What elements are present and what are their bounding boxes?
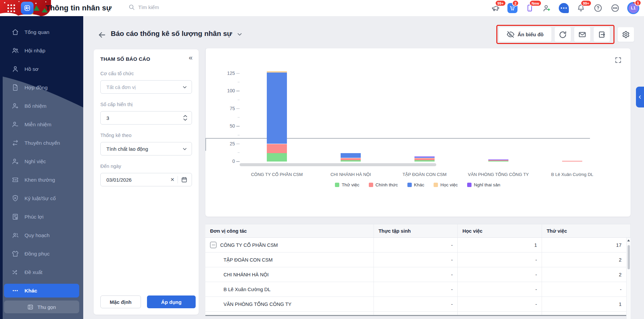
apply-button[interactable]: Áp dụng (147, 295, 196, 308)
value-cell: - (374, 238, 458, 252)
sidebar-item-label: Hợp đồng (24, 85, 48, 91)
help-icon[interactable] (593, 3, 603, 13)
notifications-icon[interactable]: 99+ (576, 3, 586, 13)
avatar[interactable]: L1 1 (627, 2, 639, 14)
legend-label: Thử việc (342, 182, 359, 187)
y-minor-tick (238, 82, 240, 82)
sidebar-item-4[interactable]: Bổ nhiệm (0, 97, 83, 115)
table-row[interactable]: VĂN PHÒNG TỔNG CÔNG TY--1 (205, 297, 631, 312)
announcements-icon[interactable]: 99+ (490, 3, 500, 13)
hide-chart-button[interactable]: Ẩn biểu đồ (499, 27, 552, 42)
y-tick-label: 75 (211, 106, 235, 111)
cart-icon[interactable]: 2 (507, 3, 517, 13)
back-button[interactable] (97, 30, 107, 40)
sidebar-item-9[interactable]: Kỷ luật/Sự cố (0, 189, 83, 208)
chat-icon[interactable] (559, 3, 569, 13)
y-tick-label: 100 (211, 88, 235, 93)
clear-date-icon[interactable]: ✕ (170, 177, 175, 183)
bar-segment-Thử việc[interactable] (341, 160, 361, 162)
sidebar-item-7[interactable]: Nghỉ việc (0, 152, 83, 171)
unit-name-cell: CHI NHÁNH HÀ NỘI (205, 267, 374, 282)
sidebar-item-13[interactable]: Đề xuất (0, 263, 83, 281)
app-launcher-icon[interactable] (7, 4, 15, 12)
refresh-button[interactable] (554, 27, 571, 42)
table-row[interactable]: CHI NHÁNH HÀ NỘI--2 (205, 267, 631, 282)
bar-segment-Thử việc[interactable] (267, 153, 287, 162)
invite-user-icon[interactable] (542, 3, 552, 13)
to-date-input[interactable]: 03/01/2026 ✕ (100, 173, 192, 186)
sidebar-collapse-button[interactable]: Thu gọn (4, 301, 79, 313)
scroll-up-icon[interactable] (627, 239, 630, 241)
sidebar-item-label: Miễn nhiệm (24, 122, 51, 128)
table-row[interactable]: TẬP ĐOÀN CON CSM--2 (205, 253, 631, 267)
person-x-icon (11, 157, 19, 165)
app-logo-icon[interactable] (21, 2, 34, 14)
sidebar-item-12[interactable]: Đồng phục (0, 244, 83, 263)
bar-segment-Chính thức[interactable] (267, 144, 287, 153)
bar-segment-Chính thức[interactable] (488, 160, 508, 161)
table-row[interactable]: B Lê Xuân Cường DL--- (205, 282, 631, 297)
x-category-label: CÔNG TY CỔ PHẦN CSM (241, 172, 313, 177)
title-dropdown-icon[interactable] (236, 31, 243, 38)
value-cell: 1 (458, 238, 542, 252)
sidebar-item-label: Hồ sơ (24, 66, 39, 72)
calendar-icon[interactable] (181, 176, 188, 183)
sidebar-item-1[interactable]: Hội nhập (0, 41, 83, 60)
search-input[interactable]: Tìm kiếm (128, 4, 159, 10)
legend-item[interactable]: Khác (407, 182, 425, 187)
levels-input[interactable]: 3 (100, 111, 192, 125)
bar-segment-Chính thức[interactable] (562, 161, 582, 162)
unit-name: TẬP ĐOÀN CON CSM (224, 257, 273, 263)
table-vertical-scrollbar[interactable] (626, 238, 631, 319)
sidebar-item-8[interactable]: Khen thưởng (0, 171, 83, 189)
x-axis-line (205, 138, 590, 139)
stacked-bar-chart: 0255075100125CÔNG TY CỔ PHẦN CSMCHI NHÁN… (205, 48, 631, 217)
chart-hscroll-thumb[interactable] (240, 163, 436, 166)
default-button[interactable]: Mặc định (100, 295, 141, 308)
unit-name-cell: CÔNG TY CỔ PHẦN CSM (205, 238, 374, 252)
collapse-panel-icon[interactable]: « (189, 53, 193, 61)
bar-segment-Khác[interactable] (341, 153, 361, 158)
legend-item[interactable]: Nghỉ thai sản (467, 182, 500, 187)
value-cell: - (374, 267, 458, 282)
sidebar-item-3[interactable]: Hợp đồng (0, 78, 83, 97)
device-icon[interactable]: New (525, 3, 535, 13)
export-button[interactable] (593, 27, 610, 42)
legend-item[interactable]: Chính thức (369, 182, 398, 187)
bar-segment-Khác[interactable] (414, 157, 435, 158)
sidebar-item-6[interactable]: Thuyên chuyển (0, 134, 83, 152)
mail-button[interactable] (574, 27, 591, 42)
org-structure-select[interactable]: Tất cả đơn vị (100, 80, 192, 94)
settings-button[interactable] (617, 27, 634, 42)
people-icon (11, 47, 19, 54)
table-row[interactable]: CÔNG TY CỔ PHẦN CSM-117 (205, 238, 631, 253)
legend-swatch (407, 183, 412, 187)
stat-by-select[interactable]: Tính chất lao động (100, 142, 192, 155)
y-minor-tick (238, 135, 240, 135)
chart-legend: Thử việcChính thứcKhácHọc việcNghỉ thai … (219, 182, 616, 187)
sidebar-item-14[interactable]: Khác (4, 284, 79, 298)
number-stepper[interactable] (183, 115, 188, 121)
sidebar-item-10[interactable]: Phúc lợi (0, 208, 83, 226)
bar-segment-Chính thức[interactable] (341, 158, 361, 160)
bar-segment-Thử việc[interactable] (414, 160, 435, 162)
sidebar-item-0[interactable]: Tổng quan (0, 23, 83, 41)
person-minus-icon (11, 121, 19, 128)
sidebar-item-11[interactable]: Quy hoạch (0, 226, 83, 244)
bar-segment-Khác[interactable] (267, 73, 287, 144)
more-menu-icon[interactable] (610, 3, 620, 13)
bar-segment-Nghỉ thai sản[interactable] (488, 160, 508, 160)
bar-segment-Chính thức[interactable] (414, 158, 435, 160)
bar-segment-Thử việc[interactable] (488, 161, 508, 162)
bar-segment-Nghỉ thai sản[interactable] (414, 156, 435, 157)
bar-segment-Học việc[interactable] (267, 71, 287, 73)
sidebar-item-5[interactable]: Miễn nhiệm (0, 115, 83, 134)
legend-item[interactable]: Thử việc (335, 182, 359, 187)
sidebar-item-label: Thuyên chuyển (24, 140, 60, 146)
levels-label: Số cấp hiển thị (100, 102, 133, 107)
collapse-row-icon[interactable] (210, 242, 216, 248)
side-panel-toggle[interactable] (636, 87, 644, 107)
legend-item[interactable]: Học việc (434, 182, 458, 187)
value-cell: - (458, 253, 542, 267)
sidebar-item-2[interactable]: Hồ sơ (0, 60, 83, 78)
